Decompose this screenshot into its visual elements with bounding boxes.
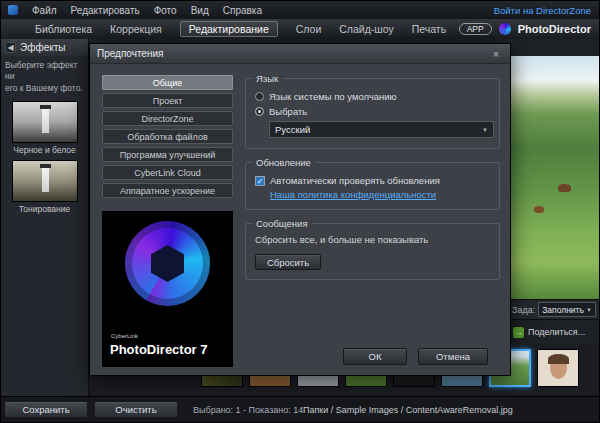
auto-update-checkbox-row[interactable]: ✓ Автоматически проверять обновления [255, 175, 490, 186]
photodirector-logo-icon [125, 221, 210, 306]
sidebar-item-file-handling[interactable]: Обработка файлов [102, 129, 233, 144]
share-icon: → [513, 327, 524, 338]
menu-file[interactable]: Файл [32, 5, 57, 16]
filmstrip-thumb-portrait[interactable] [537, 349, 579, 387]
cancel-button[interactable]: Отмена [418, 348, 488, 365]
messages-group-title: Сообщения [252, 218, 312, 229]
ok-button[interactable]: ОК [343, 348, 407, 365]
language-group: Язык Язык системы по умолчанию Выбрать Р… [245, 78, 500, 149]
app-icon [8, 5, 18, 15]
radio-label: Язык системы по умолчанию [269, 91, 397, 102]
share-row: → Поделиться... [509, 319, 599, 344]
horse-shape [558, 184, 571, 192]
lighthouse-silhouette [42, 168, 49, 192]
menu-view[interactable]: Вид [191, 5, 209, 16]
sidebar-item-cloud[interactable]: CyberLink Cloud [102, 165, 233, 180]
selection-count: Выбрано: 1 - Показано: 14 [193, 405, 303, 415]
effect-label: Тонирование [10, 204, 80, 214]
lighthouse-silhouette [42, 109, 49, 133]
tab-adjustment[interactable]: Коррекция [110, 21, 162, 37]
chevron-down-icon: ▼ [586, 307, 592, 313]
product-name: PhotoDirector 7 [110, 342, 208, 357]
zoom-value: Заполнить [542, 305, 584, 315]
effect-thumbnail-bw [12, 101, 78, 143]
product-logo-box: CyberLink PhotoDirector 7 [102, 211, 233, 367]
effects-panel: ◀ Эффекты Выберите эффект ни его к Вашем… [1, 39, 89, 396]
file-path: Папки / Sample Images / ContentAwareRemo… [303, 405, 513, 415]
menu-edit[interactable]: Редактировать [71, 5, 140, 16]
dialog-titlebar[interactable]: Предпочтения × [90, 44, 510, 64]
language-group-title: Язык [252, 73, 282, 84]
zoom-label: Зада: [512, 305, 535, 315]
dialog-title: Предпочтения [97, 48, 163, 59]
logo-hexagon [151, 245, 184, 282]
radio-icon [255, 92, 264, 101]
portrait-face [550, 357, 567, 379]
photodirector-window: Файл Редактировать Фото Вид Справка Войт… [0, 0, 600, 423]
checkbox-checked-icon[interactable]: ✓ [255, 176, 265, 186]
effects-header: ◀ Эффекты [1, 39, 88, 56]
app-badge[interactable]: APP [459, 23, 492, 35]
radio-system-language[interactable]: Язык системы по умолчанию [255, 91, 490, 102]
effects-description: Выберите эффект ни его к Вашему фото. [1, 56, 88, 96]
sidebar-item-directorzone[interactable]: DirectorZone [102, 111, 233, 126]
clear-button[interactable]: Очистить [94, 401, 178, 418]
radio-choose-language[interactable]: Выбрать [255, 106, 490, 117]
tab-edit[interactable]: Редактирование [180, 21, 278, 37]
tab-slideshow[interactable]: Слайд-шоу [339, 21, 393, 37]
effect-label: Черное и белое [10, 145, 80, 155]
close-icon[interactable]: × [489, 48, 503, 60]
effect-item-tone[interactable]: Тонирование [10, 160, 80, 214]
menu-photo[interactable]: Фото [154, 5, 177, 16]
tab-layers[interactable]: Слои [296, 21, 322, 37]
menubar: Файл Редактировать Фото Вид Справка Войт… [1, 1, 599, 19]
tab-print[interactable]: Печать [412, 21, 446, 37]
language-value: Русский [275, 124, 310, 135]
dialog-sidebar: Общие Проект DirectorZone Обработка файл… [102, 75, 233, 201]
messages-group: Сообщения Сбросить все, и больше не пока… [245, 223, 500, 280]
horse-shape [534, 206, 544, 213]
brand-logo: PhotoDirector [518, 23, 591, 35]
effect-thumbnail-tone [12, 160, 78, 202]
sidebar-item-project[interactable]: Проект [102, 93, 233, 108]
menu-help[interactable]: Справка [223, 5, 262, 16]
effect-item-bw[interactable]: Черное и белое [10, 101, 80, 155]
preferences-dialog: Предпочтения × Общие Проект DirectorZone… [89, 43, 511, 376]
radio-label: Выбрать [269, 106, 307, 117]
signin-link[interactable]: Войти на DirectorZone [494, 5, 591, 16]
dialog-content: Язык Язык системы по умолчанию Выбрать Р… [245, 78, 500, 293]
share-button[interactable]: Поделиться... [528, 327, 585, 337]
update-group-title: Обновление [252, 157, 315, 168]
status-bar: Сохранить Очистить Выбрано: 1 - Показано… [1, 396, 599, 422]
language-dropdown[interactable]: Русский ▼ [269, 121, 494, 138]
module-tabbar: Библиотека Коррекция Редактирование Слои… [1, 19, 599, 39]
dialog-body: Общие Проект DirectorZone Обработка файл… [90, 64, 510, 377]
sidebar-item-hardware[interactable]: Аппаратное ускорение [102, 183, 233, 198]
zoom-row: Зада: Заполнить ▼ [509, 299, 599, 319]
tabbar-right: APP PhotoDirector [459, 23, 591, 35]
back-icon[interactable]: ◀ [5, 42, 16, 53]
cyberlink-label: CyberLink [111, 333, 138, 339]
privacy-policy-link[interactable]: Наша политика конфиденциальности [270, 189, 490, 200]
aperture-icon [499, 23, 511, 35]
sidebar-item-improvement[interactable]: Программа улучшений [102, 147, 233, 162]
checkbox-label: Автоматически проверять обновления [270, 175, 440, 186]
reset-button[interactable]: Сбросить [255, 254, 321, 270]
tab-library[interactable]: Библиотека [35, 21, 92, 37]
save-button[interactable]: Сохранить [4, 401, 88, 418]
dialog-buttons: ОК Отмена [343, 348, 488, 365]
messages-text: Сбросить все, и больше не показывать [255, 234, 490, 245]
radio-icon-selected [255, 107, 264, 116]
chevron-down-icon: ▼ [482, 127, 488, 133]
sidebar-item-general[interactable]: Общие [102, 75, 233, 90]
update-group: Обновление ✓ Автоматически проверять обн… [245, 162, 500, 210]
zoom-dropdown[interactable]: Заполнить ▼ [538, 302, 596, 317]
effects-title: Эффекты [20, 42, 65, 53]
